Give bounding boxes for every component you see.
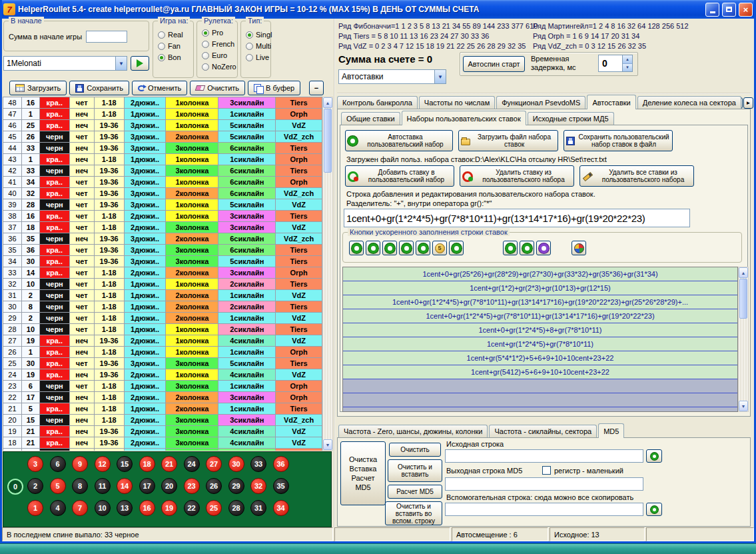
history-scrollbar[interactable]: ▲ ▼: [322, 97, 333, 451]
history-row[interactable]: 4134кра..чет19-363дюжи..1колонка6сиклайн…: [3, 177, 322, 188]
bet-list-item[interactable]: 1cent+gr(5412)+5+6+9+10+10cent+23+22: [343, 365, 737, 379]
board-number-4[interactable]: 4: [50, 500, 66, 516]
radio-option-fan[interactable]: Fan: [158, 41, 190, 51]
history-row[interactable]: 3210чернчет1-181дюжи..1колонка2сиклайнTi…: [3, 279, 322, 290]
board-number-1[interactable]: 1: [27, 500, 43, 516]
add-bet-button[interactable]: Добавить ставку в пользовательский набор: [345, 165, 454, 187]
tabs-scroll-right-button[interactable]: ►: [743, 97, 753, 109]
board-number-6[interactable]: 6: [50, 456, 66, 472]
history-row[interactable]: 3314кра..чет1-182дюжи..2колонка3сиклайнO…: [3, 267, 322, 279]
history-row[interactable]: 292чернчет1-181дюжи..2колонка1сиклайнVdZ: [3, 313, 322, 324]
board-number-9[interactable]: 9: [72, 456, 88, 472]
load-set-file-button[interactable]: Загрузить файл набора ставок: [458, 130, 558, 151]
taskbar-strip[interactable]: [0, 543, 756, 554]
history-row[interactable]: 1733черннеч19-363дюжи..3колонка6сиклайнT…: [3, 449, 322, 451]
board-number-31[interactable]: 31: [250, 500, 266, 516]
history-row[interactable]: 2810чернчет1-181дюжи..1колонка2сиклайнTi…: [3, 324, 322, 335]
scroll-thumb[interactable]: [739, 279, 747, 319]
history-row[interactable]: 3430кра..чет19-363дюжи..3колонка5сиклайн…: [3, 256, 322, 267]
board-number-7[interactable]: 7: [72, 500, 88, 516]
scroll-up-icon[interactable]: ▲: [323, 97, 332, 108]
board-number-29[interactable]: 29: [228, 478, 244, 494]
board-number-13[interactable]: 13: [117, 500, 133, 516]
board-number-36[interactable]: 36: [273, 456, 289, 472]
tab-bottom-3[interactable]: MD5: [598, 423, 624, 438]
tab-bottom-2[interactable]: Частота - сиклайны, сектора: [489, 425, 597, 437]
board-number-21[interactable]: 21: [161, 456, 177, 472]
history-row[interactable]: 431кра..неч1-181дюжи..1колонка1сиклайнOr…: [3, 154, 322, 165]
history-row[interactable]: 1821кра..неч19-362дюжи..3колонка4сиклайн…: [3, 437, 322, 449]
radio-option-live[interactable]: Live: [246, 52, 267, 63]
remove-bet-button[interactable]: Удалить ставку из пользовательского набо…: [460, 165, 574, 187]
tab-main-1[interactable]: Контроль банкролла: [337, 96, 418, 109]
board-number-28[interactable]: 28: [228, 500, 244, 516]
md5-combo-button[interactable]: Очистка Вставка Расчет MD5: [340, 441, 386, 505]
board-number-15[interactable]: 15: [117, 456, 133, 472]
quick-fill-button-5[interactable]: [416, 241, 430, 255]
history-row[interactable]: 2419кра..неч19-362дюжи..1колонка4сиклайн…: [3, 369, 322, 381]
tab-inner-1[interactable]: Общие ставки: [341, 112, 400, 125]
preset-combobox[interactable]: 1Melonati ▼: [3, 56, 127, 71]
tab-inner-3[interactable]: Исходные строки МД5: [528, 112, 614, 125]
md5-case-checkbox[interactable]: [542, 466, 551, 475]
history-row[interactable]: 4433черннеч19-363дюжи..3колонка6сиклайнT…: [3, 143, 322, 154]
board-number-0[interactable]: 0: [7, 479, 23, 495]
history-row[interactable]: 4816кра..чет1-182дюжи..1колонка3сиклайнT…: [3, 97, 322, 109]
board-number-25[interactable]: 25: [206, 500, 222, 516]
history-row[interactable]: 3928чернчет19-363дюжи..1колонка5сиклайнV…: [3, 199, 322, 211]
board-number-24[interactable]: 24: [184, 456, 200, 472]
history-row[interactable]: 4526чернчет19-363дюжи..2колонка5сиклайнV…: [3, 131, 322, 143]
radio-option-bon[interactable]: Bon: [158, 52, 190, 63]
history-row[interactable]: 236чернчет1-181дюжи..3колонка1сиклайнOrp…: [3, 381, 322, 392]
bet-list-item[interactable]: 1cent+0+gr(1*2*4*5)+gr(7*8*10*11)+gr(13*…: [343, 309, 737, 323]
history-row[interactable]: 3816кра..чет1-182дюжи..1колонка3сиклайнT…: [3, 211, 322, 222]
quick-fill-button-6[interactable]: 5: [432, 241, 447, 255]
scroll-up-icon[interactable]: ▲: [739, 267, 748, 278]
radio-option-multi[interactable]: Multi: [246, 41, 267, 51]
toolbar-button-eraser[interactable]: Очистить: [190, 81, 245, 95]
scroll-down-icon[interactable]: ▼: [739, 401, 748, 411]
close-button[interactable]: ×: [739, 3, 753, 17]
history-row[interactable]: 312чернчет1-181дюжи..2колонка1сиклайнVdZ: [3, 290, 322, 301]
board-number-18[interactable]: 18: [139, 456, 155, 472]
history-row[interactable]: 3718кра..чет1-182дюжи..3колонка3сиклайнV…: [3, 222, 322, 233]
toolbar-button-floppy[interactable]: Сохранить: [69, 81, 129, 95]
history-row[interactable]: 2217черннеч1-182дюжи..2колонка3сиклайнOr…: [3, 392, 322, 403]
chevron-down-icon[interactable]: ▼: [434, 70, 446, 83]
quick-fill-button-8[interactable]: [503, 241, 518, 255]
board-number-5[interactable]: 5: [50, 478, 66, 494]
history-row[interactable]: 4233черннеч19-363дюжи..3колонка6сиклайнT…: [3, 165, 322, 177]
autobets-combobox[interactable]: Автоставки ▼: [338, 69, 446, 84]
history-row[interactable]: 3536кра..чет19-363дюжи..3колонка6сиклайн…: [3, 245, 322, 256]
bet-string-input[interactable]: [344, 209, 690, 227]
bet-list-item[interactable]: 1cent+0+gr(1*2*4*5)+8+gr(7*8*10*11): [343, 323, 737, 337]
history-row[interactable]: 215кра..неч1-181дюжи..2колонка1сиклайнTi…: [3, 403, 322, 415]
bet-list-item[interactable]: 1cent+0+gr(1*2*4*5)+gr(7*8*10*11)+gr(13*…: [343, 295, 737, 309]
board-number-14[interactable]: 14: [117, 478, 133, 494]
board-number-20[interactable]: 20: [161, 478, 177, 494]
radio-option-singl[interactable]: Singl: [246, 29, 267, 40]
board-number-2[interactable]: 2: [27, 478, 43, 494]
md5-clear-paste-button[interactable]: Очистить и вставить: [388, 459, 442, 482]
spinner-down-icon[interactable]: ▼: [623, 64, 632, 72]
quick-fill-button-1[interactable]: [349, 241, 364, 255]
md5-calc-button[interactable]: Расчет MD5: [388, 485, 442, 499]
save-set-file-button[interactable]: Сохранить пользовательский набор ставок …: [564, 130, 673, 151]
quick-fill-button-2[interactable]: [366, 241, 380, 255]
tab-main-2[interactable]: Частоты по числам: [419, 96, 495, 109]
start-sum-input[interactable]: [86, 31, 127, 43]
quick-fill-button-3[interactable]: [382, 241, 397, 255]
board-number-35[interactable]: 35: [273, 478, 289, 494]
radio-option-pro[interactable]: Pro: [202, 27, 234, 38]
autospin-start-button[interactable]: Автоспин старт: [463, 56, 525, 72]
board-number-30[interactable]: 30: [228, 456, 244, 472]
board-number-11[interactable]: 11: [95, 478, 111, 494]
board-number-26[interactable]: 26: [206, 478, 222, 494]
quick-fill-button-11[interactable]: [571, 241, 586, 255]
tab-main-5[interactable]: Деление колеса на сектора: [637, 96, 741, 109]
board-number-34[interactable]: 34: [273, 500, 289, 516]
board-number-23[interactable]: 23: [184, 478, 200, 494]
remove-all-bets-button[interactable]: Удалить все ставки из пользовательского …: [579, 165, 694, 187]
autoset-user-set-button[interactable]: Автоставка пользовательский набор: [345, 130, 453, 151]
bets-scrollbar[interactable]: ▲ ▼: [738, 267, 749, 412]
